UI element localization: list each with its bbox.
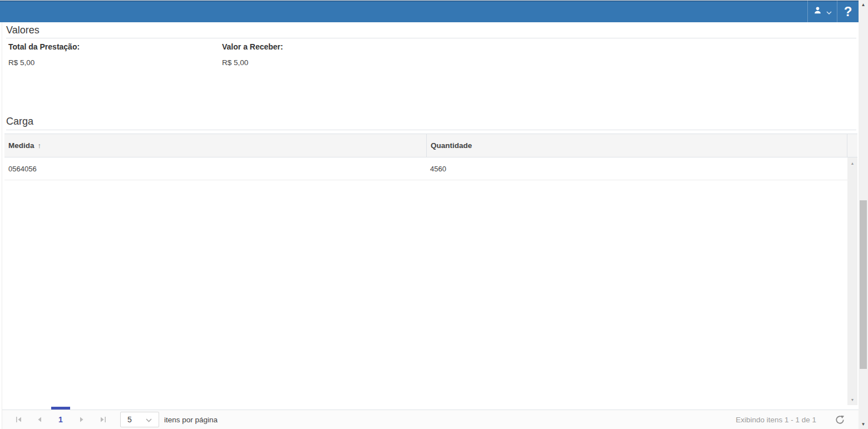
last-page-button[interactable] (92, 410, 114, 429)
column-header-quantidade[interactable]: Quantidade (426, 134, 847, 157)
grid-pager: 1 5 itens por página Exibindo itens 1 - … (2, 410, 859, 429)
seek-first-icon (15, 416, 22, 423)
previous-page-button[interactable] (29, 410, 50, 429)
user-icon (813, 6, 822, 17)
grid-body: 0564056 4560 ▲ ▼ (4, 157, 857, 405)
main-content: Valores Total da Prestação: R$ 5,00 Valo… (2, 22, 859, 429)
seek-last-icon (100, 416, 107, 423)
field-valor-receber: Valor a Receber: R$ 5,00 (222, 42, 283, 67)
help-button[interactable]: ? (837, 1, 859, 23)
next-page-button[interactable] (71, 410, 92, 429)
valores-section-title: Valores (6, 24, 40, 36)
scroll-up-icon[interactable]: ▲ (847, 159, 857, 167)
scrollbar-thumb[interactable] (860, 200, 867, 369)
carga-grid: Medida ↑ Quantidade 0564056 4560 ▲ ▼ (4, 134, 857, 410)
field-label: Valor a Receber: (222, 42, 283, 51)
field-total-prestacao: Total da Prestação: R$ 5,00 (8, 42, 80, 67)
field-label: Total da Prestação: (8, 42, 80, 51)
app-header-bar: ? (0, 0, 859, 22)
chevron-down-icon (146, 415, 152, 425)
question-mark-icon: ? (844, 4, 852, 19)
user-menu-button[interactable] (808, 1, 837, 23)
caret-right-icon (79, 416, 85, 423)
section-divider (6, 130, 856, 130)
items-per-page-label: itens por página (164, 416, 218, 424)
column-header-medida[interactable]: Medida ↑ (4, 134, 426, 157)
scroll-down-icon[interactable]: ▼ (859, 420, 868, 429)
chevron-down-icon (826, 7, 832, 17)
caret-left-icon (37, 416, 42, 423)
table-row[interactable]: 0564056 4560 (4, 157, 857, 180)
grid-scrollbar[interactable]: ▲ ▼ (847, 157, 857, 405)
grid-header-row: Medida ↑ Quantidade (4, 134, 857, 157)
page-scrollbar[interactable]: ▲ ▼ (859, 0, 868, 429)
carga-section-title: Carga (6, 116, 33, 127)
pager-status-text: Exibindo itens 1 - 1 de 1 (736, 416, 816, 424)
refresh-button[interactable] (835, 415, 845, 425)
field-value: R$ 5,00 (8, 58, 80, 67)
sort-asc-icon: ↑ (38, 141, 42, 150)
refresh-icon (835, 415, 845, 425)
cell-quantidade: 4560 (426, 157, 847, 180)
grid-header-scroll-pad (847, 134, 857, 157)
cell-medida: 0564056 (4, 157, 426, 180)
page-number-button[interactable]: 1 (50, 410, 71, 429)
section-divider (6, 38, 856, 38)
scroll-down-icon[interactable]: ▼ (847, 395, 857, 404)
field-value: R$ 5,00 (222, 58, 283, 67)
scroll-up-icon[interactable]: ▲ (859, 0, 868, 9)
first-page-button[interactable] (8, 410, 29, 429)
page-size-select[interactable]: 5 (120, 412, 159, 427)
